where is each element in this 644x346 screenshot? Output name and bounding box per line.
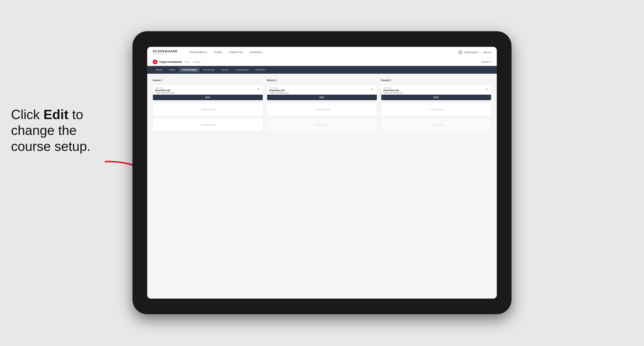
round-3-column: Round 3 (Course A) Peachtree GC Yellow (… xyxy=(381,79,491,131)
round-2-course-card: (Course A) Peachtree GC Yellow (M) (6629… xyxy=(267,85,377,100)
nav-links: TOURNAMENTS TEAMS COMMITTEE RANKINGS xyxy=(189,51,451,54)
round-1-trash-icon[interactable]: 🗑 xyxy=(256,87,260,91)
tournament-info: C Clippd Invitational (Men) Hosting xyxy=(153,59,200,64)
round-3-add-plus-icon-1: + xyxy=(428,108,430,111)
top-navigation: SCOREBOARD Powered by clippd TOURNAMENTS… xyxy=(147,47,497,58)
round-2-course-name: Peachtree GC xyxy=(270,89,289,92)
round-2-course-header: (Course A) Peachtree GC Yellow (M) (6629… xyxy=(267,85,377,95)
round-2-course-actions: 🗑 xyxy=(370,87,374,91)
round-3-trash-icon[interactable]: 🗑 xyxy=(484,87,489,91)
round-1-add-plus-icon-1: + xyxy=(200,108,202,111)
hosting-badge: Hosting xyxy=(193,61,200,63)
tablet-device: SCOREBOARD Powered by clippd TOURNAMENTS… xyxy=(132,31,512,314)
round-1-edit-button[interactable]: Edit xyxy=(153,95,263,100)
round-3-course-header: (Course A) Peachtree GC Yellow (M) (6629… xyxy=(381,85,491,95)
round-1-course-label: (Course A) xyxy=(155,87,174,89)
round-2-add-course-label-2: Add Course xyxy=(317,124,330,126)
tab-printables[interactable]: Printables xyxy=(252,67,268,72)
tournament-name: Clippd Invitational xyxy=(159,60,182,63)
round-1-course-name: Peachtree GC xyxy=(155,89,174,92)
round-1-column: Round 1 (Course A) Peachtree GC Yellow (… xyxy=(153,79,263,131)
cancel-button[interactable]: Cancel ✕ xyxy=(481,60,491,63)
round-1-course-card: (Course A) Peachtree GC Yellow (M) (6629… xyxy=(153,85,263,100)
round-2-course-details: Yellow (M) (6629 yds) xyxy=(270,92,289,94)
round-1-add-course-label-1: Add Course xyxy=(203,108,216,111)
tournament-bar: C Clippd Invitational (Men) Hosting Canc… xyxy=(147,58,497,66)
tournament-gender: (Men) xyxy=(184,61,190,63)
rounds-container: Round 1 (Course A) Peachtree GC Yellow (… xyxy=(153,79,491,131)
round-3-course-label: (Course A) xyxy=(384,87,403,89)
round-3-add-course-label-2: Add Course xyxy=(431,124,444,126)
round-2-trash-icon[interactable]: 🗑 xyxy=(370,87,374,91)
logo-area: SCOREBOARD Powered by clippd xyxy=(153,50,178,55)
round-2-add-plus-icon-1: + xyxy=(314,108,316,111)
round-2-column: Round 2 (Course A) Peachtree GC Yellow (… xyxy=(267,79,377,131)
main-content: Round 1 (Course A) Peachtree GC Yellow (… xyxy=(147,74,497,299)
round-2-course-label: (Course A) xyxy=(270,87,289,89)
round-3-add-course-1[interactable]: + Add Course xyxy=(381,103,491,116)
round-2-add-plus-icon-2: + xyxy=(314,123,316,126)
round-1-add-course-2[interactable]: + Add Course xyxy=(153,118,263,131)
tab-course-setup[interactable]: Course Setup xyxy=(179,67,200,72)
round-3-course-actions: 🗑 xyxy=(484,87,489,91)
round-1-course-details: Yellow (M) (6629 yds) xyxy=(155,92,174,94)
round-2-add-course-1[interactable]: + Add Course xyxy=(267,103,377,116)
round-2-add-course-label-1: Add Course xyxy=(317,108,330,111)
user-avatar xyxy=(458,50,462,55)
annotation-text: Click Edit to change the course setup. xyxy=(11,107,107,154)
cancel-x-icon: ✕ xyxy=(489,60,491,63)
round-2-add-course-2: + Add Course xyxy=(267,118,377,131)
round-1-course-header: (Course A) Peachtree GC Yellow (M) (6629… xyxy=(153,85,263,95)
tab-teams[interactable]: Teams xyxy=(166,67,178,72)
round-3-add-plus-icon-2: + xyxy=(428,123,430,126)
round-3-course-card: (Course A) Peachtree GC Yellow (M) (6629… xyxy=(381,85,491,100)
round-2-header: Round 2 xyxy=(267,79,377,82)
round-1-header: Round 1 xyxy=(153,79,263,82)
round-3-course-name: Peachtree GC xyxy=(384,89,403,92)
tab-bar: Details Teams Course Setup Tee Groups Re… xyxy=(147,66,497,74)
top-nav-right: blair@clippd.io | Sign out xyxy=(458,50,491,55)
nav-separator: | xyxy=(481,51,481,54)
nav-rankings[interactable]: RANKINGS xyxy=(250,51,262,54)
logo-text: SCOREBOARD xyxy=(153,50,178,53)
user-email: blair@clippd.io xyxy=(464,51,479,54)
tab-leaderboards[interactable]: Leaderboards xyxy=(232,67,252,72)
tab-details[interactable]: Details xyxy=(153,67,166,72)
round-1-add-course-1[interactable]: + Add Course xyxy=(153,103,263,116)
round-3-edit-button[interactable]: Edit xyxy=(381,95,491,100)
round-3-add-course-2: + Add Course xyxy=(381,118,491,131)
sign-out-link[interactable]: Sign out xyxy=(483,51,491,54)
nav-teams[interactable]: TEAMS xyxy=(214,51,222,54)
nav-tournaments[interactable]: TOURNAMENTS xyxy=(189,51,207,54)
round-1-add-course-label-2: Add Course xyxy=(203,124,216,126)
tablet-screen: SCOREBOARD Powered by clippd TOURNAMENTS… xyxy=(147,47,497,299)
round-3-add-course-label-1: Add Course xyxy=(431,108,444,111)
logo-sub: Powered by clippd xyxy=(153,53,178,55)
clippd-logo: C xyxy=(153,59,158,64)
round-1-add-plus-icon-2: + xyxy=(200,123,202,126)
tab-results[interactable]: Results xyxy=(218,67,232,72)
nav-committee[interactable]: COMMITTEE xyxy=(229,51,243,54)
round-1-course-actions: 🗑 xyxy=(256,87,260,91)
tab-tee-groups[interactable]: Tee Groups xyxy=(200,67,218,72)
round-2-edit-button[interactable]: Edit xyxy=(267,95,377,100)
round-3-header: Round 3 xyxy=(381,79,491,82)
round-3-course-details: Yellow (M) (6629 yds) xyxy=(384,92,403,94)
